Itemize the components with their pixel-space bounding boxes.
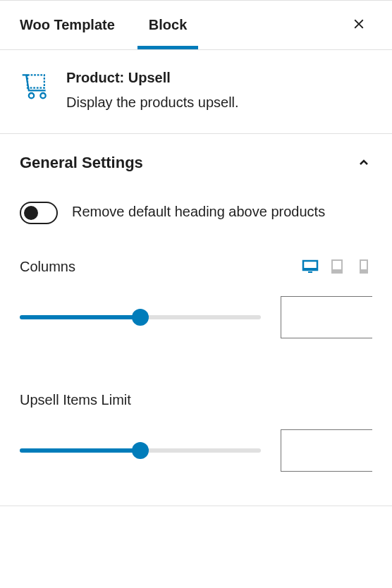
section-general-settings: General Settings Remove default heading … [0, 134, 392, 506]
upsell-limit-input[interactable] [281, 430, 392, 471]
block-title: Product: Upsell [66, 70, 372, 86]
chevron-up-icon [355, 154, 372, 171]
block-settings-panel: Woo Template Block Product: Upsell Displ… [0, 0, 392, 506]
tab-block[interactable]: Block [149, 1, 187, 49]
toggle-label: Remove default heading above products [72, 202, 325, 221]
upsell-limit-control-row [20, 408, 372, 498]
svg-rect-4 [303, 268, 317, 270]
columns-slider[interactable] [20, 309, 261, 326]
cart-icon [20, 70, 51, 101]
upsell-limit-slider[interactable] [20, 442, 261, 459]
close-icon [351, 16, 367, 32]
block-info: Product: Upsell Display the products ups… [66, 70, 372, 111]
responsive-device-selector [302, 258, 372, 275]
tab-woo-template[interactable]: Woo Template [20, 1, 115, 49]
block-header: Product: Upsell Display the products ups… [0, 50, 392, 134]
slider-thumb [132, 309, 149, 326]
mobile-icon[interactable] [355, 258, 372, 275]
close-button[interactable] [345, 11, 372, 40]
columns-number-input [281, 296, 372, 338]
upsell-limit-number-input [281, 429, 372, 472]
section-title: General Settings [20, 154, 143, 172]
field-row-columns: Columns [20, 231, 372, 275]
svg-rect-9 [360, 269, 367, 273]
slider-fill [20, 315, 140, 319]
svg-point-1 [29, 93, 34, 98]
panel-tabs: Woo Template Block [0, 1, 392, 50]
svg-point-2 [40, 93, 45, 98]
columns-input[interactable] [281, 297, 392, 338]
tablet-icon[interactable] [329, 258, 345, 275]
section-header-general[interactable]: General Settings [20, 134, 372, 189]
desktop-icon[interactable] [302, 258, 319, 275]
block-description: Display the products upsell. [66, 94, 372, 111]
slider-thumb [132, 442, 149, 459]
upsell-limit-label: Upsell Items Limit [20, 392, 131, 408]
svg-rect-0 [27, 75, 44, 87]
toggle-knob [24, 206, 38, 220]
toggle-remove-heading[interactable] [20, 202, 58, 224]
svg-rect-7 [332, 269, 342, 273]
field-row-upsell-limit: Upsell Items Limit [20, 365, 372, 408]
columns-label: Columns [20, 259, 75, 275]
setting-remove-heading: Remove default heading above products [20, 189, 372, 231]
slider-fill [20, 448, 140, 453]
columns-control-row [20, 275, 372, 365]
section-content: Remove default heading above products Co… [20, 189, 372, 506]
svg-rect-5 [308, 271, 312, 273]
